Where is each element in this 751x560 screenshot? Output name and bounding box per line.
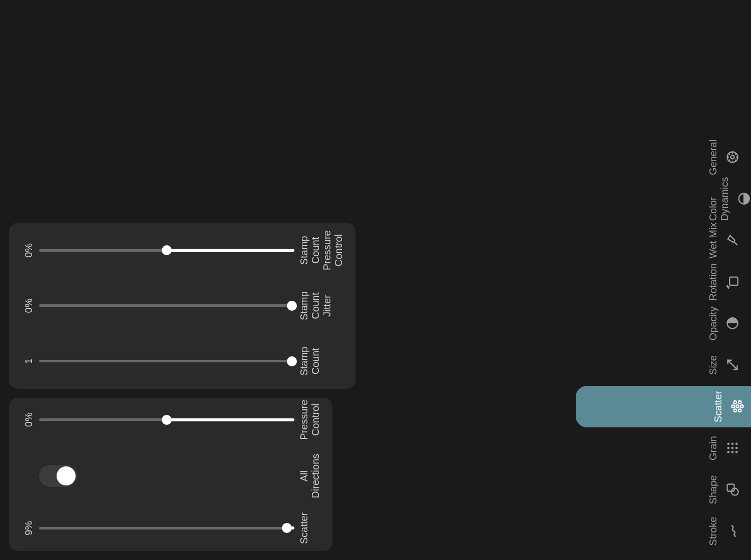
pressure-label: Pressure Control [298, 400, 321, 440]
wetmix-icon [725, 233, 740, 248]
nav-opacity[interactable]: Opacity [703, 303, 751, 344]
scatter-slider[interactable] [39, 518, 294, 538]
nav-size[interactable]: Size [703, 344, 751, 386]
nav-stroke[interactable]: Stroke [703, 510, 751, 552]
stamp-count-jitter-label: Stamp Count Jitter [298, 285, 333, 327]
svg-point-9 [735, 447, 738, 449]
pressure-slider[interactable] [39, 410, 294, 430]
svg-point-8 [735, 451, 738, 453]
svg-point-12 [731, 405, 734, 408]
stamp-count-jitter-value: 0% [23, 299, 35, 313]
rotation-icon [725, 275, 740, 290]
stamp-count-pressure-label: Stamp Count Pressure Control [298, 230, 344, 271]
pressure-value: 0% [23, 412, 35, 427]
svg-point-16 [738, 409, 741, 412]
svg-point-22 [731, 156, 734, 159]
scatter-label: Scatter [298, 512, 310, 544]
nav-general[interactable]: General [703, 137, 751, 178]
stamp-count-value: 1 [23, 358, 35, 364]
svg-point-5 [731, 451, 734, 453]
brush-settings-nav: Stroke Shape Grain Scatter Size [703, 0, 751, 560]
stamp-count-pressure-value: 0% [23, 243, 35, 258]
svg-point-13 [740, 405, 743, 408]
shape-icon [725, 482, 740, 497]
nav-scatter[interactable]: Scatter [576, 386, 751, 427]
size-icon [725, 358, 740, 373]
nav-color-dynamics[interactable]: Color Dynamics [703, 178, 751, 220]
nav-rotation[interactable]: Rotation [703, 261, 751, 303]
svg-rect-19 [729, 277, 737, 285]
svg-point-11 [736, 405, 739, 408]
stamp-count-pressure-slider[interactable] [39, 240, 294, 260]
svg-rect-0 [727, 484, 734, 491]
general-icon [725, 150, 740, 165]
stroke-icon [725, 524, 740, 539]
svg-point-15 [734, 401, 737, 404]
svg-point-14 [734, 409, 737, 412]
all-directions-label: All Directions [298, 454, 321, 498]
all-directions-toggle[interactable] [39, 465, 77, 487]
control-stamp-count-jitter: 0% Stamp Count Jitter [23, 285, 344, 327]
control-pressure: 0% Pressure Control [23, 400, 321, 440]
panel-scatter-main: 9% Scatter All Directions 0% Pres [9, 398, 332, 551]
stamp-count-label: Stamp Count [298, 340, 321, 382]
svg-point-10 [735, 443, 738, 445]
svg-point-4 [727, 443, 730, 445]
nav-grain[interactable]: Grain [703, 427, 751, 469]
control-stamp-count: 1 Stamp Count [23, 340, 344, 382]
nav-shape[interactable]: Shape [703, 469, 751, 510]
control-stamp-count-pressure: 0% Stamp Count Pressure Control [23, 230, 344, 271]
svg-point-6 [731, 447, 734, 449]
settings-content: 9% Scatter All Directions 0% Pres [0, 0, 703, 560]
svg-point-17 [738, 401, 741, 404]
nav-wetmix[interactable]: Wet Mix [703, 220, 751, 261]
control-all-directions: All Directions [23, 454, 321, 498]
color-dynamics-icon [736, 192, 751, 207]
svg-point-2 [727, 451, 730, 453]
stamp-count-jitter-slider[interactable] [39, 296, 294, 316]
opacity-icon [725, 316, 740, 331]
svg-point-7 [731, 443, 734, 445]
control-scatter: 9% Scatter [23, 512, 321, 544]
scatter-value: 9% [23, 521, 35, 535]
svg-point-3 [727, 447, 730, 449]
stamp-count-slider[interactable] [39, 351, 294, 371]
scatter-icon [730, 399, 745, 414]
panel-stamp-count: 1 Stamp Count 0% Stamp Count Jitter 0% S… [9, 223, 355, 389]
grain-icon [725, 441, 740, 456]
